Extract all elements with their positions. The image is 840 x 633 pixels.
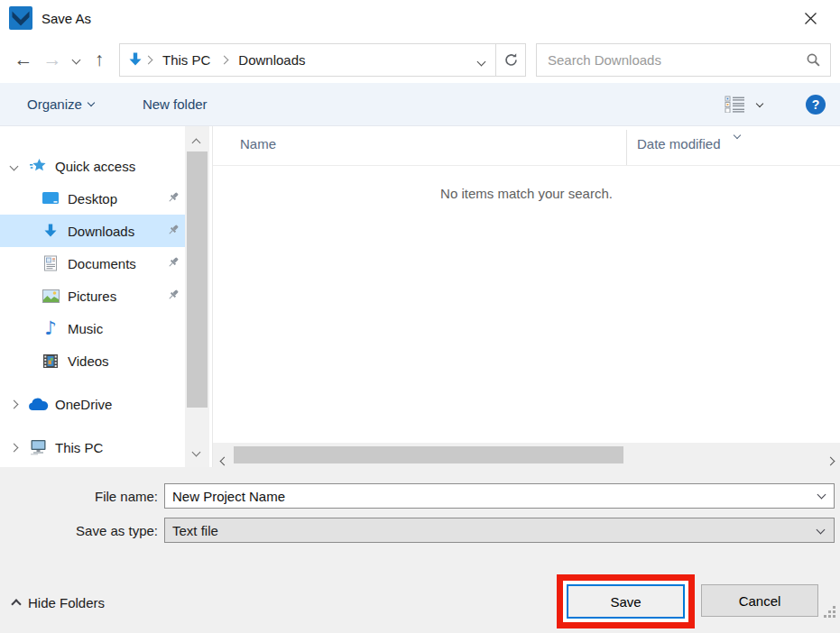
- forward-arrow-icon: →: [43, 49, 62, 70]
- address-bar[interactable]: This PC Downloads: [119, 43, 496, 77]
- command-toolbar: Organize New folder ?: [0, 83, 840, 126]
- save-as-type-value: Text file: [172, 523, 218, 538]
- up-button[interactable]: ↑: [85, 45, 114, 74]
- pin-icon: [167, 224, 180, 239]
- help-button[interactable]: ?: [806, 95, 826, 115]
- window-title: Save As: [42, 11, 91, 26]
- sidebar-item-label: OneDrive: [55, 397, 112, 412]
- address-dropdown-chevron[interactable]: [478, 52, 485, 68]
- onedrive-cloud-icon: [27, 398, 49, 411]
- new-folder-button[interactable]: New folder: [143, 96, 208, 112]
- folder-tree: Quick access Desktop Downloads: [0, 126, 185, 463]
- help-icon: ?: [812, 97, 820, 112]
- column-headers: Name Date modified: [213, 126, 840, 166]
- search-icon: [806, 52, 821, 68]
- empty-folder-message: No items match your search.: [213, 186, 840, 201]
- recent-locations-button[interactable]: [67, 45, 85, 74]
- chevron-down-icon: [817, 526, 826, 535]
- back-button[interactable]: ←: [9, 45, 38, 74]
- scroll-down-icon[interactable]: [193, 443, 199, 458]
- documents-icon: [40, 255, 61, 271]
- hide-folders-label: Hide Folders: [28, 595, 105, 610]
- resize-grip[interactable]: [824, 606, 836, 619]
- sidebar-item-label: Desktop: [68, 191, 117, 206]
- sidebar-item-documents[interactable]: Documents: [0, 247, 185, 280]
- file-name-label: File name:: [0, 489, 164, 504]
- pin-icon: [167, 191, 180, 206]
- chevron-down-icon: [71, 55, 80, 64]
- scroll-left-icon[interactable]: [221, 452, 227, 467]
- organize-label: Organize: [27, 96, 82, 112]
- expander-chevron-right-icon[interactable]: [0, 401, 27, 408]
- expander-chevron-right-icon[interactable]: [0, 445, 27, 451]
- app-logo-icon: [9, 6, 32, 30]
- sidebar-item-this-pc[interactable]: This PC: [0, 431, 185, 463]
- sidebar-item-desktop[interactable]: Desktop: [0, 182, 185, 215]
- this-pc-icon: [27, 439, 49, 455]
- column-header-date-modified[interactable]: Date modified: [637, 136, 721, 151]
- sidebar-item-onedrive[interactable]: OneDrive: [0, 388, 185, 420]
- file-name-input[interactable]: [164, 483, 835, 509]
- sort-chevron-icon: [734, 125, 740, 141]
- scrollbar-thumb[interactable]: [234, 446, 623, 463]
- desktop-icon: [40, 191, 61, 206]
- breadcrumb-downloads[interactable]: Downloads: [229, 52, 314, 68]
- sidebar-item-videos[interactable]: Videos: [0, 344, 185, 377]
- close-button[interactable]: [798, 6, 822, 30]
- close-icon: [804, 12, 817, 25]
- breadcrumb-separator-icon: [145, 57, 152, 63]
- chevron-down-icon[interactable]: [756, 99, 763, 106]
- column-header-name[interactable]: Name: [240, 136, 276, 151]
- music-note-icon: ♪: [40, 319, 61, 338]
- sidebar-item-downloads[interactable]: Downloads: [0, 215, 185, 247]
- chevron-up-icon: [11, 599, 21, 609]
- breadcrumb-this-pc[interactable]: This PC: [153, 52, 219, 68]
- save-as-type-label: Save as type:: [0, 523, 164, 538]
- title-bar: Save As: [0, 0, 840, 36]
- bottom-panel: File name: Save as type: Text file Hide …: [0, 467, 840, 633]
- location-folder-icon: [127, 51, 143, 68]
- forward-button[interactable]: →: [38, 45, 67, 74]
- organize-button[interactable]: Organize: [27, 96, 94, 112]
- navigation-bar: ← → ↑ This PC Downloads: [0, 36, 840, 83]
- sidebar-scrollbar[interactable]: [185, 126, 209, 467]
- red-annotation-box: Save: [557, 574, 695, 628]
- sidebar-item-music[interactable]: ♪ Music: [0, 312, 185, 344]
- back-arrow-icon: ←: [14, 49, 33, 70]
- refresh-icon: [503, 52, 519, 68]
- file-name-combobox: [164, 483, 835, 509]
- navigation-pane: Quick access Desktop Downloads: [0, 126, 212, 467]
- search-input[interactable]: [537, 52, 806, 68]
- horizontal-scrollbar[interactable]: [213, 443, 840, 467]
- save-as-type-select[interactable]: Text file: [164, 518, 835, 543]
- scrollbar-thumb[interactable]: [187, 151, 208, 408]
- sidebar-item-quick-access[interactable]: Quick access: [0, 150, 185, 182]
- sidebar-item-label: Videos: [68, 353, 109, 369]
- downloads-icon: [40, 223, 61, 239]
- quick-access-star-icon: [27, 158, 49, 174]
- pin-icon: [167, 289, 180, 304]
- pin-icon: [167, 256, 180, 271]
- view-mode-button[interactable]: [725, 96, 762, 113]
- cancel-button[interactable]: Cancel: [701, 584, 818, 617]
- column-divider[interactable]: [626, 130, 627, 165]
- sidebar-item-pictures[interactable]: Pictures: [0, 280, 185, 312]
- chevron-down-icon: [88, 99, 95, 106]
- expander-chevron-down-icon[interactable]: [0, 163, 27, 170]
- pictures-icon: [40, 289, 61, 303]
- scroll-right-icon[interactable]: [827, 452, 834, 467]
- videos-film-icon: [40, 353, 61, 369]
- up-arrow-icon: ↑: [95, 49, 105, 70]
- save-button-label: Save: [610, 594, 641, 610]
- sidebar-item-label: This PC: [55, 440, 103, 455]
- content-area: Quick access Desktop Downloads: [0, 126, 840, 467]
- hide-folders-button[interactable]: Hide Folders: [13, 595, 105, 610]
- refresh-button[interactable]: [496, 43, 526, 77]
- sidebar-item-label: Documents: [68, 256, 136, 271]
- search-box: [536, 43, 831, 77]
- scroll-up-icon[interactable]: [193, 133, 199, 149]
- file-list: Name Date modified No items match your s…: [212, 126, 840, 467]
- save-button[interactable]: Save: [567, 584, 685, 619]
- details-view-icon: [725, 96, 746, 113]
- save-as-dialog: Save As ← → ↑ This PC Downloads: [0, 0, 840, 633]
